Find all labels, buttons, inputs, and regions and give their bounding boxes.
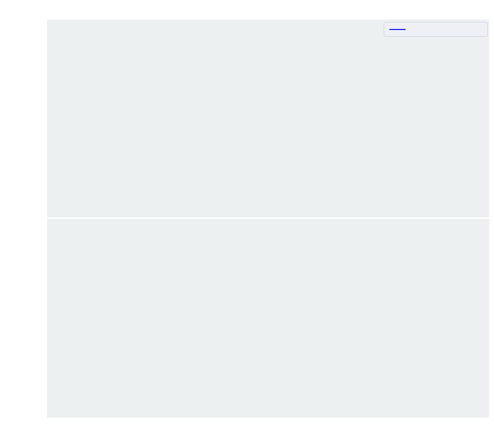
legend-line-sample — [389, 29, 406, 30]
legend — [384, 22, 488, 37]
figure — [0, 0, 494, 448]
chart-canvas — [0, 0, 494, 448]
